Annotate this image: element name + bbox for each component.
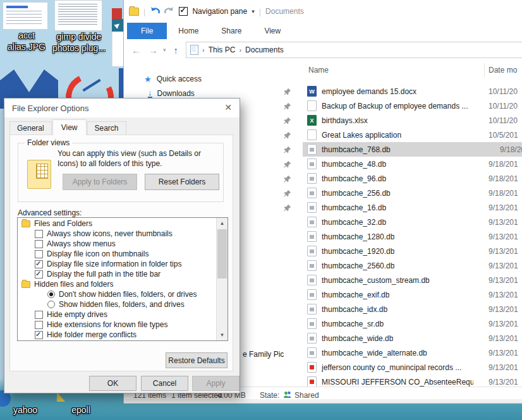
file-row[interactable]: thumbcache_1280.db 9/13/201: [291, 229, 522, 244]
apply-button[interactable]: Apply: [192, 376, 240, 391]
tab-home[interactable]: Home: [167, 23, 210, 39]
desktop-icon-acct-alias-thumbnail[interactable]: [3, 2, 48, 30]
setting-row[interactable]: Always show menus: [18, 239, 217, 249]
file-row[interactable]: thumbcache_256.db 9/18/201: [291, 186, 522, 200]
file-row[interactable]: thumbcache_exif.db 9/13/201: [291, 287, 522, 302]
setting-row[interactable]: Display file icon on thumbnails: [18, 249, 217, 259]
forward-icon[interactable]: →: [149, 45, 158, 56]
file-date-modified: 9/13/201: [489, 203, 518, 212]
checkbox[interactable]: [35, 321, 43, 329]
desktop-icon-label[interactable]: epoll: [61, 405, 101, 416]
file-row[interactable]: thumbcache_32.db 9/13/201: [291, 215, 522, 229]
column-divider[interactable]: [484, 63, 485, 77]
file-row[interactable]: thumbcache_96.db 9/18/201: [291, 171, 522, 186]
tab-general[interactable]: General: [9, 121, 52, 135]
up-icon[interactable]: ↑: [174, 45, 179, 56]
tab-search[interactable]: Search: [87, 121, 126, 135]
back-icon[interactable]: ←: [131, 45, 141, 56]
setting-row[interactable]: Always show icons, never thumbnails: [18, 229, 217, 239]
file-row[interactable]: thumbcache_wide_alternate.db 9/13/201: [291, 345, 522, 360]
cancel-button[interactable]: Cancel: [141, 376, 188, 391]
file-row[interactable]: employee demands 15.docx 10/11/20: [291, 84, 522, 99]
file-row[interactable]: jefferson county co_munincipal records .…: [291, 360, 522, 375]
checkbox[interactable]: [35, 230, 43, 238]
undo-icon[interactable]: [150, 6, 160, 17]
breadcrumb-this-pc[interactable]: This PC: [209, 45, 236, 54]
radio-button[interactable]: [47, 291, 55, 298]
file-name: thumbcache_wide_alternate.db: [322, 349, 427, 357]
setting-row[interactable]: Display file size information in folder …: [18, 259, 217, 269]
file-row[interactable]: Backup of Backup of employee demands ...…: [291, 99, 522, 113]
setting-label: Hide extensions for known file types: [47, 320, 167, 329]
file-type-icon: [307, 289, 317, 300]
breadcrumb-documents[interactable]: Documents: [245, 45, 284, 54]
navigation-pane-label[interactable]: Navigation pane: [192, 7, 247, 16]
column-header-date-modified[interactable]: Date mo: [489, 66, 517, 75]
desktop-icon-label[interactable]: acct alias.JPG: [0, 30, 53, 52]
desktop-icon-gimp-thumbnail[interactable]: [54, 0, 102, 31]
tab-view[interactable]: View: [253, 23, 292, 39]
scrollbar-thumb[interactable]: [217, 229, 227, 279]
ok-button[interactable]: OK: [89, 376, 137, 391]
checkbox[interactable]: [35, 260, 43, 268]
scroll-up-icon[interactable]: ▲: [217, 218, 228, 229]
setting-row[interactable]: Show hidden files, folders, and drives: [18, 299, 217, 309]
checkbox[interactable]: [35, 311, 43, 319]
breadcrumb-chevron-icon: ›: [202, 46, 205, 54]
file-name: thumbcache_96.db: [322, 174, 386, 183]
folder-icon[interactable]: [129, 8, 139, 16]
setting-row[interactable]: Hidden files and folders: [18, 279, 217, 289]
desktop-icon-label[interactable]: gimp divide photos plug...: [51, 32, 107, 54]
file-row[interactable]: thumbcache_wide.db 9/13/201: [291, 331, 522, 345]
sidebar-item-downloads[interactable]: ↓ Downloads: [148, 88, 195, 98]
file-row[interactable]: thumbcache_idx.db 9/13/201: [291, 302, 522, 316]
checkbox[interactable]: [35, 240, 43, 248]
setting-row[interactable]: Display the full path in the title bar: [18, 269, 217, 279]
pin-icon: [283, 102, 291, 111]
close-icon[interactable]: ✕: [224, 103, 232, 112]
chevron-down-icon[interactable]: ▾: [252, 8, 255, 15]
setting-row[interactable]: Don't show hidden files, folders, or dri…: [18, 289, 217, 299]
checkbox[interactable]: [35, 331, 43, 339]
tab-file[interactable]: File: [127, 23, 167, 39]
apply-to-folders-button[interactable]: Apply to Folders: [63, 174, 137, 190]
restore-defaults-button[interactable]: Restore Defaults: [166, 352, 228, 368]
dialog-title-bar[interactable]: File Explorer Options ✕: [4, 99, 240, 117]
file-name: thumbcache_768.db: [322, 145, 391, 154]
reset-folders-button[interactable]: Reset Folders: [145, 174, 219, 190]
file-row[interactable]: thumbcache_48.db 9/18/201: [291, 157, 522, 171]
file-row[interactable]: birthdays.xlsx 10/11/20: [291, 113, 522, 128]
file-row[interactable]: thumbcache_768.db 9/18/201: [303, 142, 522, 157]
dialog-title: File Explorer Options: [12, 104, 88, 113]
tab-share[interactable]: Share: [210, 23, 253, 39]
radio-button[interactable]: [47, 301, 55, 308]
scrollbar[interactable]: ▲ ▼: [216, 218, 228, 340]
tab-view[interactable]: View: [52, 119, 87, 135]
checkbox[interactable]: [35, 270, 43, 279]
file-type-icon: [307, 202, 317, 213]
address-bar[interactable]: › This PC › Documents: [186, 42, 522, 58]
file-row[interactable]: thumbcache_custom_stream.db 9/13/201: [291, 273, 522, 287]
setting-row[interactable]: Files and Folders: [18, 219, 217, 229]
chevron-down-icon[interactable]: ▾: [163, 47, 166, 53]
setting-label: Don't show hidden files, folders, or dri…: [59, 290, 197, 299]
folder-icon: [21, 220, 30, 227]
sidebar-item-quick-access[interactable]: ★ Quick access: [144, 75, 202, 83]
scroll-down-icon[interactable]: ▼: [217, 330, 228, 340]
column-header-name[interactable]: Name: [308, 66, 329, 75]
file-row[interactable]: Great Lakes application 10/5/201: [291, 128, 522, 142]
pin-icon: [283, 146, 291, 154]
desktop-icon-label[interactable]: yahoo: [5, 405, 46, 416]
setting-row[interactable]: Hide empty drives: [18, 309, 217, 320]
nav-item-partial-label[interactable]: e Family Pic: [243, 350, 284, 359]
setting-row[interactable]: Hide folder merge conflicts: [18, 330, 217, 340]
file-row[interactable]: thumbcache_sr.db 9/13/201: [291, 316, 522, 331]
redo-icon[interactable]: [164, 6, 174, 17]
file-row[interactable]: thumbcache_1920.db 9/13/201: [291, 244, 522, 258]
navigation-pane-checkbox[interactable]: [179, 7, 188, 16]
file-type-icon: [307, 246, 317, 256]
file-row[interactable]: thumbcache_2560.db 9/13/201: [291, 258, 522, 273]
file-row[interactable]: thumbcache_16.db 9/13/201: [291, 200, 522, 215]
checkbox[interactable]: [35, 250, 43, 258]
setting-row[interactable]: Hide extensions for known file types: [18, 320, 217, 330]
